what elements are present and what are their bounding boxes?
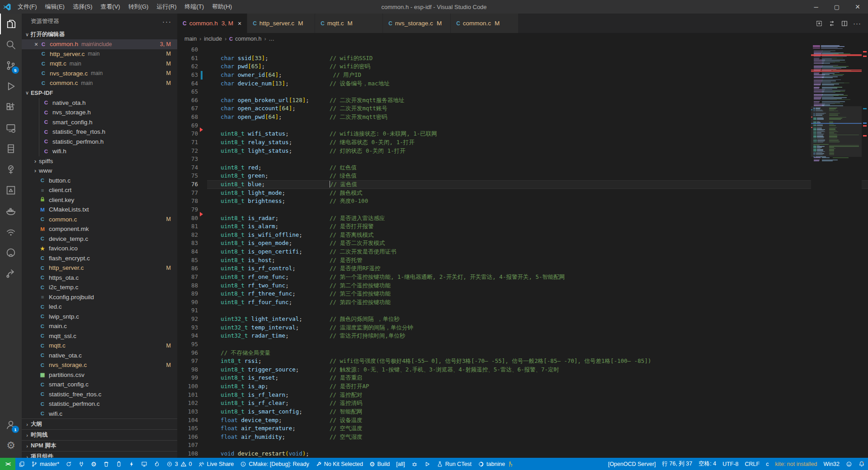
status-build-flash-monitor[interactable] — [151, 458, 163, 470]
tree-item-Kconfig.projbuild[interactable]: ≡Kconfig.projbuild — [22, 292, 177, 302]
section-header-esp-idf[interactable]: ∨ESP-IDF — [22, 88, 177, 98]
tree-item-nvs_storage.c[interactable]: Cnvs_storage.cM — [22, 360, 177, 370]
code-area[interactable]: char ssid[33]; // wifi的SSID char pwd[65]… — [207, 45, 868, 458]
menu-运行[interactable]: 运行(R) — [152, 0, 180, 14]
status-remote-indicator[interactable]: >< — [0, 458, 15, 470]
code-editor[interactable]: 6061626364656667686970717273747576777879… — [177, 45, 868, 458]
activitybar-search[interactable] — [0, 34, 22, 55]
open-editor-common.h[interactable]: ×Ccommon.hmain\include3, M — [22, 39, 177, 49]
sidebar-more-actions-icon[interactable]: ··· — [162, 18, 172, 25]
tree-item-wifi.c[interactable]: Cwifi.c — [22, 409, 177, 419]
status-cmake-status[interactable]: CMake: [Debug]: Ready — [237, 458, 312, 470]
menu-帮助[interactable]: 帮助(H) — [208, 0, 236, 14]
tree-item-lwip_sntp.c[interactable]: Clwip_sntp.c — [22, 312, 177, 322]
open-editor-mqtt.c[interactable]: Cmqtt.cmainM — [22, 59, 177, 69]
status-monitor-device[interactable] — [138, 458, 151, 470]
activitybar-github[interactable] — [0, 242, 22, 263]
tree-item-common.c[interactable]: Ccommon.cM — [22, 215, 177, 225]
tree-item-www[interactable]: ›www — [22, 166, 177, 176]
status-cmake-kit[interactable]: No Kit Selected — [312, 458, 366, 470]
status-git-branch[interactable]: master* — [28, 458, 62, 470]
menu-转到[interactable]: 转到(G) — [124, 0, 153, 14]
status-cmake-build[interactable]: ⚙Build — [366, 458, 393, 470]
tree-item-client.crt[interactable]: ≡client.crt — [22, 185, 177, 195]
status-platform[interactable]: Win32 — [821, 458, 843, 470]
tree-item-partitions.csv[interactable]: ▦partitions.csv — [22, 370, 177, 380]
activitybar-settings[interactable]: ⚙ — [0, 435, 22, 456]
tree-item-nvs_storage.h[interactable]: Cnvs_storage.h — [22, 108, 177, 118]
breadcrumb-item[interactable]: … — [269, 36, 275, 42]
breadcrumb-item[interactable]: main — [184, 36, 197, 42]
tree-item-led.c[interactable]: Cled.c — [22, 302, 177, 312]
status-language-mode[interactable]: c — [763, 458, 772, 470]
run-below-icon[interactable] — [813, 20, 826, 27]
tree-item-https_ota.c[interactable]: Chttps_ota.c — [22, 273, 177, 283]
status-idf-settings[interactable]: ⚙ — [88, 458, 100, 470]
tree-item-flash_encrypt.c[interactable]: Cflash_encrypt.c — [22, 254, 177, 263]
status-notifications[interactable] — [855, 458, 868, 470]
tree-item-smart_config.c[interactable]: Csmart_config.c — [22, 380, 177, 390]
status-serial-port[interactable] — [75, 458, 88, 470]
tree-item-CMakeLists.txt[interactable]: MCMakeLists.txt — [22, 205, 177, 215]
status-feedback[interactable] — [843, 458, 855, 470]
tree-item-smart_config.h[interactable]: Csmart_config.h — [22, 118, 177, 127]
tree-item-device_temp.c[interactable]: Cdevice_temp.c — [22, 234, 177, 244]
status-run-ctest[interactable]: Run CTest — [434, 458, 475, 470]
status-kite-status[interactable]: kite: not installed — [772, 458, 820, 470]
split-editor-icon[interactable] — [838, 20, 851, 27]
open-editor-http_server.c[interactable]: Chttp_server.cmainM — [22, 49, 177, 59]
overview-ruler[interactable] — [862, 45, 868, 458]
close-icon[interactable]: × — [238, 20, 241, 27]
minimap[interactable] — [811, 45, 862, 458]
close-icon[interactable]: × — [33, 41, 40, 48]
status-editor-layouts[interactable] — [15, 458, 28, 470]
section-时间线[interactable]: ›时间线 — [22, 429, 177, 440]
tree-item-native_ota.c[interactable]: Cnative_ota.c — [22, 351, 177, 361]
menu-选择[interactable]: 选择(S) — [69, 0, 96, 14]
open-editor-common.c[interactable]: Ccommon.cmainM — [22, 78, 177, 88]
minimap-slider[interactable] — [811, 106, 862, 157]
activitybar-docker[interactable] — [0, 201, 22, 221]
activitybar-output-box[interactable] — [0, 180, 22, 201]
activitybar-remote-explorer[interactable] — [0, 118, 22, 138]
open-editor-nvs_storage.c[interactable]: Cnvs_storage.cmainM — [22, 69, 177, 79]
sync-file-icon[interactable] — [826, 20, 838, 27]
section-大纲[interactable]: ›大纲 — [22, 418, 177, 429]
status-full-clean[interactable] — [100, 458, 113, 470]
status-cursor-position[interactable]: 行 76, 列 37 — [659, 458, 696, 470]
tree-item-wifi.h[interactable]: Cwifi.h — [22, 146, 177, 156]
status-eol[interactable]: CRLF — [742, 458, 763, 470]
tree-item-native_ota.h[interactable]: Cnative_ota.h — [22, 98, 177, 108]
status-flash-bolt[interactable] — [125, 458, 138, 470]
status-problems[interactable]: 30 — [163, 458, 195, 470]
status-build-target[interactable]: [all] — [393, 458, 408, 470]
tab-mqtt.c[interactable]: Cmqtt.cM — [315, 14, 383, 33]
menu-终端[interactable]: 终端(T) — [180, 0, 208, 14]
tab-common.h[interactable]: Ccommon.h3, M× — [177, 14, 247, 33]
activitybar-run-debug[interactable] — [0, 76, 22, 97]
activitybar-esp-idf[interactable] — [0, 221, 22, 242]
tree-item-statistic_free_rtos.h[interactable]: Cstatistic_free_rtos.h — [22, 127, 177, 137]
section-header-open-editors[interactable]: ∨打开的编辑器 — [22, 29, 177, 39]
section-NPM 脚本[interactable]: ›NPM 脚本 — [22, 440, 177, 451]
tree-item-statistic_perfmon.c[interactable]: Cstatistic_perfmon.c — [22, 399, 177, 409]
tree-item-mqtt.c[interactable]: Cmqtt.cM — [22, 341, 177, 351]
tree-item-mqtt_ssl.c[interactable]: Cmqtt_ssl.c — [22, 331, 177, 341]
status-sync[interactable] — [62, 458, 75, 470]
breadcrumb-item[interactable]: include — [204, 36, 222, 42]
status-tabnine[interactable]: tabnine — [475, 458, 517, 470]
status-live-share[interactable]: Live Share — [195, 458, 237, 470]
more-actions-icon[interactable]: ··· — [851, 19, 863, 27]
menu-文件[interactable]: 文件(F) — [14, 0, 41, 14]
status-launch-target[interactable] — [421, 458, 434, 470]
breadcrumb-item[interactable]: common.h — [235, 36, 261, 42]
tab-http_server.c[interactable]: Chttp_server.cM — [247, 14, 315, 33]
tree-item-favicon.ico[interactable]: ★favicon.ico — [22, 244, 177, 254]
tree-item-statistic_perfmon.h[interactable]: Cstatistic_perfmon.h — [22, 137, 177, 147]
activitybar-source-control[interactable]: 5 — [0, 55, 22, 76]
tree-item-http_server.c[interactable]: Chttp_server.cM — [22, 263, 177, 273]
activitybar-explorer[interactable] — [0, 14, 22, 34]
status-debug-target[interactable] — [408, 458, 421, 470]
tree-item-i2c_temp.c[interactable]: Ci2c_temp.c — [22, 282, 177, 292]
status-encoding[interactable]: UTF-8 — [719, 458, 741, 470]
